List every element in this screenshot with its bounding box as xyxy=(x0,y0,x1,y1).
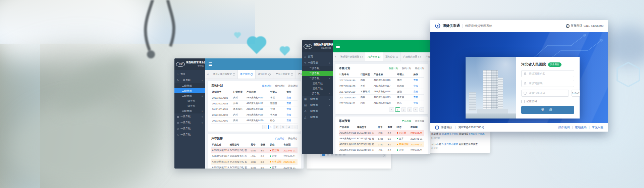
collapse-tabs-icon[interactable]: « xyxy=(333,52,338,61)
footer-link[interactable]: 密钥驱动 xyxy=(575,126,587,130)
tab-item[interactable]: 产品分类设置 xyxy=(273,70,296,79)
sidebar-item[interactable]: ⌂首页 xyxy=(302,54,333,60)
checkbox-icon[interactable] xyxy=(521,100,525,103)
tab-item[interactable]: 产品分类设置 xyxy=(401,52,423,61)
tab-active[interactable]: 用户管理 xyxy=(365,52,383,61)
page-button[interactable]: 1 xyxy=(395,107,400,112)
status-cell: 正常 xyxy=(396,153,410,154)
tab-item[interactable]: 资质证件效期预警 xyxy=(211,70,238,79)
feed-link[interactable]: 5月日常小需求 xyxy=(469,133,485,135)
sidebar-item[interactable]: 二级导航∨ xyxy=(302,91,333,96)
home-icon: ⌂ xyxy=(177,73,180,76)
card-link[interactable]: 高值库存 xyxy=(288,137,298,140)
table-cell: o78o xyxy=(377,130,387,136)
card-link[interactable]: 领用计划 xyxy=(389,67,398,70)
sidebar-item-label: 二级导航 xyxy=(182,109,192,113)
status-cell: 已过期 xyxy=(269,148,283,153)
sidebar-item-label: 三级导航 xyxy=(313,82,323,85)
card-link[interactable]: 产品库存 xyxy=(275,137,284,140)
view-link[interactable]: 查看 xyxy=(286,96,291,99)
username-input[interactable] xyxy=(528,72,572,76)
page-button[interactable]: 3 xyxy=(407,107,412,112)
view-link[interactable]: 查看 xyxy=(286,102,291,104)
sidebar-item[interactable]: 二级导航 xyxy=(174,83,205,88)
page-button[interactable]: ‹ xyxy=(389,107,394,112)
sidebar-item[interactable]: ⌂首页 xyxy=(174,71,205,77)
page-button[interactable]: › xyxy=(292,125,298,129)
sidebar-item[interactable]: ▤一级导航∨ xyxy=(174,120,205,126)
sidebar-item[interactable]: 二级导航∧ xyxy=(174,93,205,98)
status-badge: 正常 xyxy=(399,137,404,140)
sidebar-item[interactable]: ✎一级导航∧ xyxy=(174,77,205,83)
sidebar-item[interactable]: 三级导航 xyxy=(302,81,333,86)
menu-toggle-icon[interactable] xyxy=(336,45,340,48)
remember-password-checkbox[interactable]: 记住密码 xyxy=(521,99,574,103)
column-header: 产品名称 xyxy=(373,72,396,78)
page-button[interactable]: 2 xyxy=(274,125,279,129)
view-link[interactable]: 查看 xyxy=(414,79,418,81)
feed-link[interactable]: 风暴精英小分队 xyxy=(442,133,459,135)
sidebar-item[interactable]: ⊙一级导航 xyxy=(302,108,333,114)
card-link[interactable]: 预约计划 xyxy=(275,84,284,88)
login-button[interactable]: 登 录 xyxy=(521,106,574,114)
view-link[interactable]: 查看 xyxy=(286,113,291,116)
sidebar-item[interactable]: 二级导航 xyxy=(174,88,205,93)
view-link[interactable]: 查看 xyxy=(414,85,418,87)
menu-toggle-icon[interactable] xyxy=(209,62,212,66)
sidebar-item[interactable]: 二级导航 xyxy=(302,66,333,71)
view-link[interactable]: 查看 xyxy=(286,119,291,122)
footer-link[interactable]: 操作说明 xyxy=(558,126,570,130)
card-link[interactable]: 高值库存 xyxy=(415,120,424,123)
sidebar-item-label: 一级导航 xyxy=(308,97,318,101)
divider: ｜ xyxy=(454,126,457,130)
sidebar-item[interactable]: ▦一级导航∨ xyxy=(302,96,333,102)
tab-item[interactable]: 资质证件效期预警 xyxy=(338,52,365,61)
sidebar-item[interactable]: 三级导航 xyxy=(174,103,205,108)
tab-active[interactable]: 用户管理 xyxy=(238,70,256,79)
tab-item[interactable]: 通知公告 xyxy=(383,52,401,61)
status-cell: 正常 xyxy=(269,153,283,159)
table-cell: 王明 xyxy=(269,106,286,112)
captcha-input[interactable] xyxy=(528,91,567,95)
page-button[interactable]: 1 xyxy=(268,125,273,129)
card-link[interactable]: 高值计划 xyxy=(415,67,424,70)
page-button[interactable]: 3 xyxy=(280,125,285,129)
sidebar-item[interactable]: ▤一级导航∨ xyxy=(302,102,333,108)
sidebar-item[interactable]: 二级导航 xyxy=(302,71,333,76)
view-link[interactable]: 查看 xyxy=(286,108,291,110)
view-link[interactable]: 查看 xyxy=(414,102,418,104)
sidebar-item[interactable]: 三级导航 xyxy=(302,86,333,91)
tab-item[interactable]: 通知公告 xyxy=(256,70,273,79)
table-cell: 查看 xyxy=(413,89,424,95)
footer-link[interactable]: 常见问题 xyxy=(592,126,603,130)
page-button[interactable]: ‹ xyxy=(262,125,267,129)
captcha-image[interactable]: 6+8=? xyxy=(572,90,580,97)
tab-item[interactable]: 产品出库 xyxy=(423,52,430,61)
sidebar-item[interactable]: △一级导航 xyxy=(302,114,333,120)
page-button[interactable]: 2 xyxy=(401,107,406,112)
page-button[interactable]: › xyxy=(419,107,424,112)
table-cell: BCS33型 5孔 右 xyxy=(357,136,377,142)
page-button[interactable]: 4 xyxy=(413,107,418,112)
card-link[interactable]: 领用计划 xyxy=(262,84,271,88)
password-input[interactable] xyxy=(528,82,572,85)
sidebar-item[interactable]: △一级导航 xyxy=(174,132,205,138)
feed-link[interactable]: 5 月日常小需求 xyxy=(442,143,458,145)
card-link[interactable]: 产品库存 xyxy=(402,120,411,123)
app-subtitle: 临床科室端 xyxy=(314,47,331,50)
sidebar-item[interactable]: 二级导航∧ xyxy=(302,76,333,81)
view-link[interactable]: 查看 xyxy=(414,96,418,98)
sidebar-item[interactable]: 二级导航∨ xyxy=(174,108,205,113)
status-cell: 即将过期 xyxy=(269,159,283,165)
card-link[interactable]: 预约计划 xyxy=(402,67,411,70)
table-cell: BCS33型 5孔 右 xyxy=(357,142,377,147)
collapse-tabs-icon[interactable]: « xyxy=(205,70,211,79)
sidebar-item[interactable]: ▦一级导航∨ xyxy=(174,113,205,120)
page-button[interactable]: 4 xyxy=(286,125,291,129)
card-link[interactable]: 高值计划 xyxy=(288,84,298,88)
view-link[interactable]: 查看 xyxy=(414,90,418,93)
sidebar-item[interactable]: ✎一级导航∧ xyxy=(302,60,333,66)
supplier-login-window: 博健供采通 供应商供货管理系统 ☎ 客服电话 0311-83056390 xyxy=(430,20,608,132)
sidebar-item[interactable]: ⊙一级导航 xyxy=(174,126,205,132)
sidebar-item[interactable]: 三级导航 xyxy=(174,98,205,103)
